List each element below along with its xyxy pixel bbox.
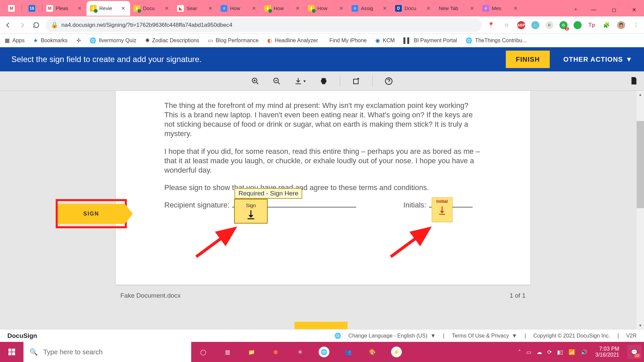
chrome-menu-button[interactable]: ⋮ xyxy=(631,20,641,30)
scroll-up-button[interactable]: ▲ xyxy=(637,91,644,98)
extensions-button[interactable]: 🧩 xyxy=(602,20,611,30)
close-tab-icon[interactable]: ✕ xyxy=(381,5,388,12)
bookmark-kcm[interactable]: ◉KCM xyxy=(375,37,395,44)
ext-icon-1[interactable]: ∩ xyxy=(531,21,539,29)
finish-button[interactable]: FINISH xyxy=(506,51,550,68)
browser-tab[interactable]: ◣Sear✕ xyxy=(174,1,217,16)
ext-icon-3[interactable] xyxy=(574,21,582,29)
scrollbar-thumb[interactable] xyxy=(637,121,644,208)
teams-icon[interactable]: 👥 xyxy=(336,342,360,362)
browser-tab[interactable]: 16 xyxy=(22,1,41,16)
volume-icon[interactable]: 🔊 xyxy=(581,349,587,355)
wifi-icon[interactable]: 📶 xyxy=(569,349,575,355)
close-tab-icon[interactable]: ✕ xyxy=(338,5,345,12)
taskbar-search[interactable]: 🔍 Type here to search xyxy=(23,342,191,362)
back-button[interactable] xyxy=(3,20,13,30)
update-icon[interactable]: ⟳ xyxy=(547,349,552,355)
location-icon[interactable]: 📍 xyxy=(486,20,496,30)
office-icon[interactable]: ⬢ xyxy=(264,342,288,362)
bookmark-star-icon[interactable]: ☆ xyxy=(502,20,511,30)
browser-tab[interactable]: ⬇Docu✕ xyxy=(130,1,174,16)
close-tab-icon[interactable]: ✕ xyxy=(76,5,83,12)
messenger-icon[interactable]: ⚡ xyxy=(384,342,409,362)
bookmark-blog[interactable]: ▭Blog Performance xyxy=(208,37,259,44)
file-explorer-icon[interactable]: 📁 xyxy=(239,342,264,362)
browser-tab[interactable]: M xyxy=(2,1,21,16)
meet-now-icon[interactable]: ▭ xyxy=(526,349,531,355)
terms-link[interactable]: Terms Of Use & Privacy ▼ xyxy=(452,333,517,339)
bookmark-headline[interactable]: ◐Headline Analyzer xyxy=(267,37,318,44)
document-name: Fake Document.docx xyxy=(120,292,181,299)
adblock-icon[interactable]: ABP xyxy=(517,21,525,29)
bookmark-ilvermorny[interactable]: 🌐Ilvermorny Quiz xyxy=(90,37,137,44)
browser-tab[interactable]: ⬇How✕ xyxy=(261,1,305,16)
close-window-button[interactable]: ✕ xyxy=(624,3,644,16)
bookmark-zodiac[interactable]: ✺Zodiac Descriptions xyxy=(145,37,200,44)
close-tab-icon[interactable]: ✕ xyxy=(512,5,519,12)
browser-tab[interactable]: DDocu✕ xyxy=(392,1,435,16)
zoom-in-button[interactable] xyxy=(250,76,261,86)
tray-overflow-icon[interactable]: ˄ xyxy=(518,349,521,355)
change-language-link[interactable]: Change Language - English (US) ▼ xyxy=(348,333,436,339)
start-button[interactable] xyxy=(0,342,23,362)
close-tab-icon[interactable]: ✕ xyxy=(163,5,170,12)
browser-tab[interactable]: MPleas✕ xyxy=(43,1,87,16)
documents-panel-button[interactable] xyxy=(629,75,639,86)
scroll-down-button[interactable]: ▼ xyxy=(637,322,644,329)
paint-icon[interactable]: 🎨 xyxy=(360,342,384,362)
battery-icon[interactable]: ▮▯ xyxy=(557,349,563,355)
close-tab-icon[interactable]: ✕ xyxy=(251,5,258,12)
help-button[interactable] xyxy=(383,76,394,86)
svg-rect-10 xyxy=(8,352,11,355)
chevron-down-icon: ▼ xyxy=(303,79,307,83)
forward-button[interactable] xyxy=(17,20,27,30)
ext-icon-2[interactable]: R xyxy=(545,21,553,29)
onedrive-icon[interactable]: ☁ xyxy=(537,349,542,355)
bookmark-bookmarks[interactable]: ★Bookmarks xyxy=(33,37,67,44)
zoom-out-button[interactable] xyxy=(271,76,282,86)
sign-navigator[interactable]: SIGN xyxy=(56,199,127,228)
omnibox[interactable]: 🔒 na4.docusign.net/Signing/?ti=1762b9636… xyxy=(46,18,482,32)
browser-tab[interactable]: New Tab✕ xyxy=(435,1,479,16)
sign-here-field[interactable]: Sign xyxy=(234,199,268,224)
bookmark-thethings[interactable]: 🌐TheThings Contribu... xyxy=(466,37,527,44)
initial-here-field[interactable]: Initial xyxy=(432,197,452,222)
browser-tab[interactable]: ⬇How✕ xyxy=(305,1,348,16)
cortana-icon[interactable]: ◯ xyxy=(191,342,215,362)
assign-button[interactable] xyxy=(351,76,362,86)
bookmark-bi[interactable]: ▌▌BI Payment Portal xyxy=(404,38,457,44)
new-tab-button[interactable]: ＋ xyxy=(568,2,584,16)
bookmark-photos[interactable]: ✢ xyxy=(76,37,81,44)
other-actions-button[interactable]: OTHER ACTIONS▼ xyxy=(563,56,633,63)
minimize-button[interactable]: ― xyxy=(584,3,604,16)
taskbar-clock[interactable]: 7:03 PM 3/16/2021 xyxy=(593,346,622,358)
bookmark-iphone[interactable]: Find My iPhone xyxy=(327,38,367,44)
profile-avatar[interactable]: 👩 xyxy=(617,21,625,29)
browser-tab[interactable]: ⬇Revie✕ xyxy=(87,1,130,16)
sign-here-tooltip: Required - Sign Here xyxy=(234,188,302,199)
close-tab-icon[interactable]: ✕ xyxy=(120,5,127,12)
tab-favicon: M xyxy=(46,5,53,12)
download-button[interactable]: ▼ xyxy=(293,76,308,86)
browser-tab[interactable]: ≡How✕ xyxy=(217,1,261,16)
tab-title: Docu xyxy=(405,5,416,11)
close-tab-icon[interactable]: ✕ xyxy=(294,5,301,12)
task-view-icon[interactable]: ▥ xyxy=(215,342,239,362)
ext-icon-tp[interactable]: Tp xyxy=(588,21,596,29)
reload-button[interactable] xyxy=(32,20,41,30)
close-tab-icon[interactable]: ✕ xyxy=(425,5,432,12)
browser-tab[interactable]: ⚡Mes✕ xyxy=(479,1,523,16)
close-tab-icon[interactable]: ✕ xyxy=(207,5,214,12)
svg-rect-8 xyxy=(8,349,11,352)
browser-tab[interactable]: ≡Assig✕ xyxy=(348,1,392,16)
next-document-peek[interactable] xyxy=(294,322,347,329)
slack-icon[interactable]: ✳ xyxy=(288,342,312,362)
maximize-button[interactable]: ◻ xyxy=(604,3,624,16)
close-tab-icon[interactable]: ✕ xyxy=(469,5,476,12)
docusign-logo: DocuSign xyxy=(7,332,37,340)
print-button[interactable] xyxy=(318,76,329,86)
chrome-icon[interactable]: 🌐 xyxy=(312,342,336,362)
grammarly-icon[interactable]: G2 xyxy=(559,21,568,29)
apps-shortcut[interactable]: ▦Apps xyxy=(5,37,24,44)
action-center-icon[interactable]: 💬22 xyxy=(627,345,641,359)
